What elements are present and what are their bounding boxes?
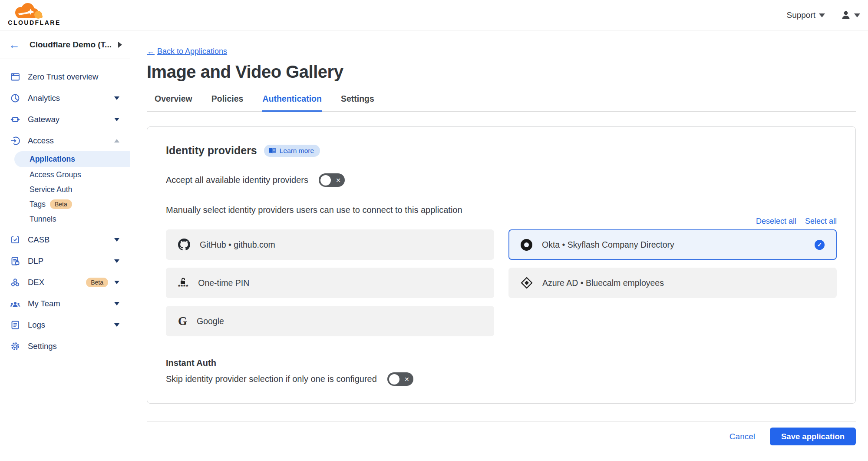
sidebar-item-casb[interactable]: CASB xyxy=(0,229,130,250)
casb-icon xyxy=(10,235,21,245)
sidebar-item-gateway[interactable]: Gateway xyxy=(0,109,130,130)
instant-auth-label: Skip identity provider selection if only… xyxy=(166,374,377,384)
sidebar-item-my-team[interactable]: My Team xyxy=(0,293,130,314)
selected-check-icon: ✓ xyxy=(815,240,825,250)
chevron-down-icon[interactable] xyxy=(114,281,119,284)
sidebar-item-dlp[interactable]: DLP xyxy=(0,250,130,272)
page-title: Image and Video Gallery xyxy=(147,62,856,82)
chevron-down-icon xyxy=(819,13,825,17)
account-name[interactable]: Cloudflare Demo (T... xyxy=(30,40,118,50)
provider-card-azure-ad[interactable]: Azure AD • Bluecalm employees xyxy=(508,268,837,298)
accept-all-toggle[interactable]: ✕ xyxy=(319,173,345,187)
sidebar-item-zero-trust-overview[interactable]: Zero Trust overview xyxy=(0,66,130,87)
instant-auth-toggle[interactable]: ✕ xyxy=(387,372,413,386)
chevron-down-icon[interactable] xyxy=(114,118,119,121)
access-submenu: Applications Access Groups Service Auth … xyxy=(0,151,130,226)
support-menu[interactable]: Support xyxy=(786,10,825,20)
chevron-up-icon[interactable] xyxy=(114,139,119,143)
instant-auth-heading: Instant Auth xyxy=(166,358,837,368)
sidebar-item-service-auth[interactable]: Service Auth xyxy=(0,182,130,197)
cancel-button[interactable]: Cancel xyxy=(729,432,755,441)
support-label: Support xyxy=(786,10,815,20)
overview-icon xyxy=(10,72,21,82)
dlp-icon xyxy=(10,256,21,266)
sidebar-item-dex[interactable]: DEX Beta xyxy=(0,272,130,293)
user-menu[interactable] xyxy=(841,10,860,20)
save-application-button[interactable]: Save application xyxy=(770,428,856,445)
chevron-down-icon[interactable] xyxy=(114,96,119,100)
sidebar-item-access[interactable]: Access xyxy=(0,130,130,151)
card-title: Identity providers xyxy=(166,144,257,157)
chevron-down-icon xyxy=(854,13,860,17)
toggle-off-x-icon: ✕ xyxy=(336,177,341,183)
accept-all-label: Accept all available identity providers xyxy=(166,175,308,185)
beta-badge: Beta xyxy=(86,278,108,287)
sidebar-account-header: ← Cloudflare Demo (T... xyxy=(0,30,130,59)
top-bar: CLOUDFLARE Support xyxy=(0,0,868,30)
gear-icon xyxy=(10,341,21,352)
chevron-down-icon[interactable] xyxy=(114,238,119,242)
tab-settings[interactable]: Settings xyxy=(341,94,374,112)
back-arrow-icon: ← xyxy=(147,47,155,56)
sidebar-item-tags[interactable]: Tags Beta xyxy=(0,197,130,212)
analytics-icon xyxy=(10,93,21,103)
provider-card-github[interactable]: GitHub • github.com xyxy=(166,229,494,260)
github-icon xyxy=(178,239,190,251)
chevron-down-icon[interactable] xyxy=(114,302,119,305)
sidebar: ← Cloudflare Demo (T... Zero Trust overv… xyxy=(0,30,130,461)
book-icon xyxy=(268,147,276,154)
sidebar-item-applications[interactable]: Applications xyxy=(14,151,130,167)
identity-providers-card: Identity providers Learn more Accept all… xyxy=(147,126,856,404)
tab-bar: Overview Policies Authentication Setting… xyxy=(147,94,856,112)
logs-icon xyxy=(10,320,21,330)
provider-card-google[interactable]: G Google xyxy=(166,306,494,336)
sidebar-item-tunnels[interactable]: Tunnels xyxy=(0,212,130,226)
sidebar-item-settings[interactable]: Settings xyxy=(0,335,130,357)
chevron-right-icon[interactable] xyxy=(118,42,122,48)
azure-ad-icon xyxy=(521,277,533,289)
okta-icon xyxy=(521,239,532,251)
select-all-link[interactable]: Select all xyxy=(805,217,837,226)
footer-actions: Cancel Save application xyxy=(147,428,856,445)
tab-overview[interactable]: Overview xyxy=(155,94,192,112)
manual-select-label: Manually select identity providers users… xyxy=(166,205,837,215)
tab-authentication[interactable]: Authentication xyxy=(262,94,322,112)
dex-icon xyxy=(10,277,21,288)
back-to-applications-link[interactable]: ← Back to Applications xyxy=(147,47,227,56)
beta-badge: Beta xyxy=(50,199,72,209)
chevron-down-icon[interactable] xyxy=(114,259,119,263)
tab-policies[interactable]: Policies xyxy=(211,94,244,112)
learn-more-badge[interactable]: Learn more xyxy=(264,145,320,157)
main-content: ← Back to Applications Image and Video G… xyxy=(130,30,868,461)
user-icon xyxy=(841,10,851,20)
cloudflare-cloud-icon xyxy=(6,2,48,20)
cloudflare-logo[interactable]: CLOUDFLARE xyxy=(6,2,63,26)
provider-card-one-time-pin[interactable]: **** One-time PIN xyxy=(166,268,494,298)
footer-divider xyxy=(147,421,856,421)
access-icon xyxy=(10,136,21,146)
google-icon: G xyxy=(178,315,187,328)
provider-grid: GitHub • github.com Okta • Skyflash Comp… xyxy=(166,229,837,336)
toggle-off-x-icon: ✕ xyxy=(404,376,409,382)
team-icon xyxy=(10,298,21,309)
brand-wordmark: CLOUDFLARE xyxy=(6,19,63,26)
chevron-down-icon[interactable] xyxy=(114,323,119,327)
sidebar-item-access-groups[interactable]: Access Groups xyxy=(0,167,130,182)
sidebar-item-analytics[interactable]: Analytics xyxy=(0,87,130,109)
gateway-icon xyxy=(10,114,21,125)
back-arrow-icon[interactable]: ← xyxy=(9,39,20,50)
sidebar-item-logs[interactable]: Logs xyxy=(0,314,130,335)
provider-card-okta[interactable]: Okta • Skyflash Company Directory ✓ xyxy=(508,229,837,260)
deselect-all-link[interactable]: Deselect all xyxy=(756,217,796,226)
one-time-pin-icon: **** xyxy=(178,277,188,289)
sidebar-nav: Zero Trust overview Analytics Gateway xyxy=(0,59,130,357)
